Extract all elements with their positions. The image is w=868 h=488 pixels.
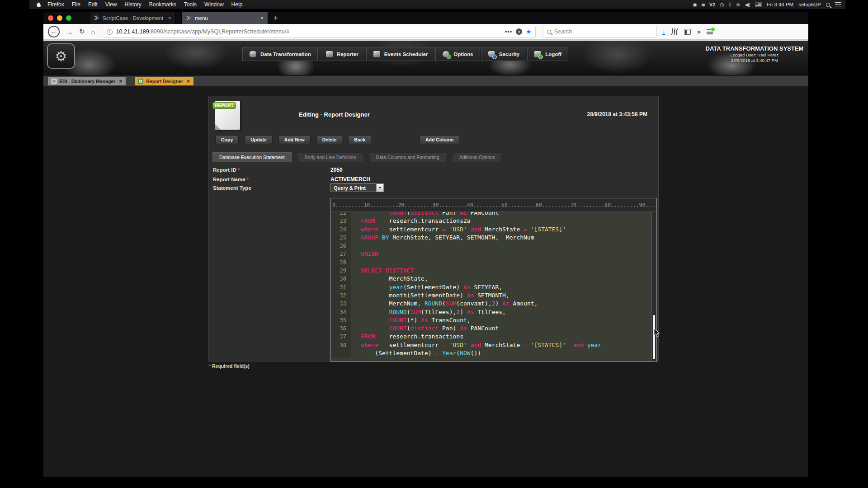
menubar-item[interactable]: History	[125, 1, 142, 8]
nav-item[interactable]: Logoff	[527, 47, 568, 61]
editor-tab[interactable]: Database Execution Statement	[212, 152, 292, 162]
sql-code-editor[interactable]: 0.........10.........20.........30......…	[330, 198, 657, 362]
pocket-icon[interactable]: ∨	[516, 28, 522, 35]
panel-title: Editing - Report Designer	[299, 111, 370, 118]
editor-tab[interactable]: Data Columns and Formatting	[369, 152, 446, 162]
field-value[interactable]: 2050	[330, 167, 343, 173]
nav-item[interactable]: Security	[481, 47, 526, 61]
nav-item-label: Events Scheduler	[384, 52, 428, 57]
zoom-window-button[interactable]	[66, 15, 71, 21]
tab-close-icon[interactable]: ×	[168, 14, 171, 21]
browser-tab[interactable]: menu ×	[181, 12, 268, 24]
menubar-item[interactable]: File	[72, 1, 80, 8]
back-button[interactable]: ←	[48, 26, 60, 38]
statement-type-select[interactable]: Query & Print ▼	[330, 183, 384, 192]
editor-action-button[interactable]: Back	[348, 135, 371, 144]
browser-tab[interactable]: ScriptCase - Development - ad ×	[89, 12, 176, 24]
menubar-item[interactable]: Firefox	[47, 1, 64, 8]
menu-favicon	[186, 15, 192, 21]
nav-item[interactable]: Options	[435, 47, 480, 61]
reload-button[interactable]: ↻	[79, 28, 85, 36]
required-asterisk: *	[238, 167, 240, 173]
nav-item-label: Security	[499, 52, 519, 57]
new-tab-button[interactable]: +	[268, 12, 283, 24]
app-tab-close-icon[interactable]: ×	[119, 78, 122, 84]
time-machine-icon[interactable]: ◷	[720, 2, 724, 8]
menubar-item[interactable]: Tools	[184, 1, 197, 8]
browser-tab-title: menu	[195, 15, 257, 21]
code-scroll-area[interactable]: 22 COUNT(distinct Pan) As PANCount23FROM…	[331, 212, 656, 361]
mouse-cursor	[654, 328, 661, 337]
app-tab-close-icon[interactable]: ×	[187, 78, 190, 84]
menubar-item[interactable]: Edit	[88, 1, 98, 8]
minimize-window-button[interactable]	[57, 15, 62, 21]
search-icon	[547, 30, 551, 34]
menubar-user[interactable]: setupRJP	[798, 2, 821, 7]
nav-item[interactable]: Events Scheduler	[366, 47, 435, 61]
app-tab[interactable]: EDI - Dictionary Manager ×	[48, 77, 126, 85]
code-lines: 22 COUNT(distinct Pan) As PANCount23FROM…	[331, 212, 656, 357]
nav-item[interactable]: Data Transformation	[242, 47, 318, 61]
editor-tab[interactable]: Aditional Options	[453, 152, 502, 162]
add-column-button[interactable]: Add Column	[420, 135, 459, 144]
v2-icon[interactable]: V2	[709, 2, 715, 7]
options-gear-icon	[442, 51, 450, 58]
downloads-icon[interactable]: ↓	[662, 28, 665, 35]
field-label: Report ID*	[213, 167, 330, 173]
scrollbar-thumb[interactable]	[653, 315, 655, 359]
logged-user: Logged User: Raul Perez	[703, 52, 807, 57]
editor-scrollbar[interactable]	[651, 212, 656, 361]
hamburger-menu-icon[interactable]	[707, 29, 713, 34]
field-value[interactable]: ACTIVEMERCH	[330, 176, 370, 183]
form-row: Report Name* ACTIVEMERCH	[213, 174, 370, 184]
line-number: 22	[331, 212, 351, 217]
url-bar[interactable]: i 10.21.41.189 :8090/scriptcase/app/MySQ…	[103, 26, 536, 38]
apple-logo-icon[interactable]	[36, 1, 42, 8]
sidebar-toggle-icon[interactable]	[684, 29, 691, 35]
spotlight-search-icon[interactable]	[826, 3, 830, 7]
chevron-down-icon[interactable]: ▼	[376, 184, 383, 192]
notification-center-icon[interactable]	[835, 2, 841, 7]
bluetooth-icon[interactable]: ᛒ	[729, 2, 732, 7]
bookmark-star-icon[interactable]: ★	[526, 28, 532, 35]
volume-icon[interactable]: ◀)	[745, 2, 750, 8]
code-line: 37FROM research.transactions	[331, 333, 656, 341]
form-row: Report ID* 2050	[213, 165, 370, 174]
browser-toolbar: ← → ↻ ⌂ i 10.21.41.189 :8090/scriptcase/…	[43, 24, 808, 40]
wifi-icon[interactable]: ≋	[736, 2, 740, 8]
code-text	[351, 242, 361, 250]
code-line: 24where settlementcurr = 'USD' and Merch…	[331, 225, 656, 234]
menubar-item[interactable]: Help	[231, 1, 243, 8]
line-number: 32	[331, 291, 351, 300]
nav-item[interactable]: Reporter	[319, 47, 365, 61]
menubar-item[interactable]: View	[105, 1, 117, 8]
menubar-clock[interactable]: Fri 3:44 PM	[767, 2, 793, 7]
camera-icon[interactable]: ◙	[702, 2, 705, 7]
editor-action-button[interactable]: Copy	[215, 135, 239, 144]
app-tab[interactable]: Report Designer ×	[135, 77, 193, 85]
code-text: COUNT(distinct Pan) As PANCount	[351, 324, 499, 333]
editor-action-button[interactable]: Delete	[316, 135, 343, 144]
search-bar[interactable]: Search	[543, 26, 657, 38]
home-button[interactable]: ⌂	[91, 28, 95, 36]
screen-record-icon[interactable]: ◉	[693, 2, 697, 8]
code-text: ROUND(SUM(TtlFees),2) As TtlFees,	[351, 308, 506, 316]
editor-action-button[interactable]: Update	[245, 135, 273, 144]
code-text: COUNT(distinct Pan) As PANCount	[351, 212, 499, 217]
tab-close-icon[interactable]: ×	[260, 14, 264, 21]
overflow-chevron-icon[interactable]: »	[697, 28, 701, 35]
scriptcase-favicon	[94, 15, 99, 21]
site-info-icon[interactable]: i	[107, 29, 113, 35]
forward-button[interactable]: →	[66, 28, 73, 36]
line-number: 24	[331, 225, 351, 234]
page-actions-icon[interactable]: •••	[505, 28, 512, 35]
editor-action-button[interactable]: Add New	[278, 135, 311, 144]
gear-logo-icon: ⚙	[55, 48, 67, 64]
editor-tab[interactable]: Body and Line Definition	[298, 152, 363, 162]
library-icon[interactable]	[671, 28, 678, 35]
code-text: GROUP BY MerchState, SETYEAR, SETMONTH, …	[351, 234, 534, 242]
menubar-item[interactable]: Window	[204, 1, 224, 8]
close-window-button[interactable]	[48, 15, 53, 21]
flag-icon[interactable]	[755, 2, 762, 7]
menubar-item[interactable]: Bookmarks	[149, 1, 176, 8]
